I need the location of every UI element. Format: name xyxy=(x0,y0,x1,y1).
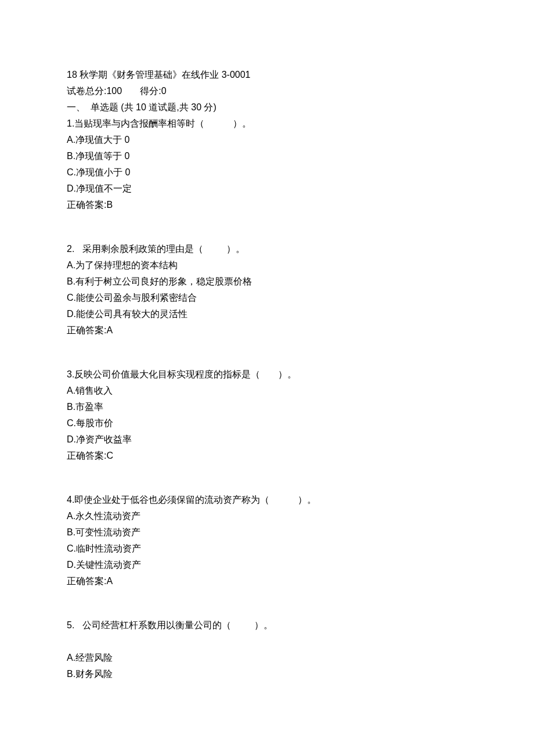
correct-answer: 正确答案:A xyxy=(67,322,467,339)
question-option: A.经营风险 xyxy=(67,650,467,666)
question-block: 4.即使企业处于低谷也必须保留的流动资产称为（ ）。 A.永久性流动资产 B.可… xyxy=(67,492,467,589)
question-option: D.净现值不一定 xyxy=(67,181,467,197)
question-option: B.可变性流动资产 xyxy=(67,524,467,541)
question-option: B.市盈率 xyxy=(67,399,467,415)
question-block: 2. 采用剩余股利政策的理由是（ ）。 A.为了保持理想的资本结构 B.有利于树… xyxy=(67,241,467,339)
score-line: 试卷总分:100 得分:0 xyxy=(67,83,467,99)
question-option: D.关键性流动资产 xyxy=(67,557,467,573)
question-option: C.净现值小于 0 xyxy=(67,164,467,181)
question-option: A.销售收入 xyxy=(67,383,467,399)
question-option: D.能使公司具有较大的灵活性 xyxy=(67,306,467,322)
correct-answer: 正确答案:A xyxy=(67,573,467,589)
correct-answer: 正确答案:C xyxy=(67,448,467,464)
question-block: 5. 公司经营杠杆系数用以衡量公司的（ ）。 A.经营风险 B.财务风险 xyxy=(67,617,467,682)
question-stem: 3.反映公司价值最大化目标实现程度的指标是（ ）。 xyxy=(67,366,467,383)
question-option: A.永久性流动资产 xyxy=(67,508,467,524)
question-option: C.每股市价 xyxy=(67,415,467,431)
question-option: C.临时性流动资产 xyxy=(67,541,467,557)
question-stem: 5. 公司经营杠杆系数用以衡量公司的（ ）。 xyxy=(67,617,467,633)
question-option: C.能使公司盈余与股利紧密结合 xyxy=(67,290,467,306)
assignment-title: 18 秋学期《财务管理基础》在线作业 3-0001 xyxy=(67,67,467,83)
document-page: 18 秋学期《财务管理基础》在线作业 3-0001 试卷总分:100 得分:0 … xyxy=(0,0,534,756)
question-option: B.有利于树立公司良好的形象，稳定股票价格 xyxy=(67,273,467,290)
blank-line xyxy=(67,633,467,650)
header-block: 18 秋学期《财务管理基础》在线作业 3-0001 试卷总分:100 得分:0 … xyxy=(67,67,467,213)
question-stem: 1.当贴现率与内含报酬率相等时（ ）。 xyxy=(67,116,467,132)
question-block: 3.反映公司价值最大化目标实现程度的指标是（ ）。 A.销售收入 B.市盈率 C… xyxy=(67,366,467,464)
question-stem: 2. 采用剩余股利政策的理由是（ ）。 xyxy=(67,241,467,257)
question-stem: 4.即使企业处于低谷也必须保留的流动资产称为（ ）。 xyxy=(67,492,467,508)
question-option: A.净现值大于 0 xyxy=(67,132,467,148)
question-option: B.净现值等于 0 xyxy=(67,148,467,164)
correct-answer: 正确答案:B xyxy=(67,197,467,213)
section-heading: 一、 单选题 (共 10 道试题,共 30 分) xyxy=(67,99,467,116)
question-option: B.财务风险 xyxy=(67,666,467,682)
question-option: D.净资产收益率 xyxy=(67,431,467,448)
question-option: A.为了保持理想的资本结构 xyxy=(67,257,467,273)
